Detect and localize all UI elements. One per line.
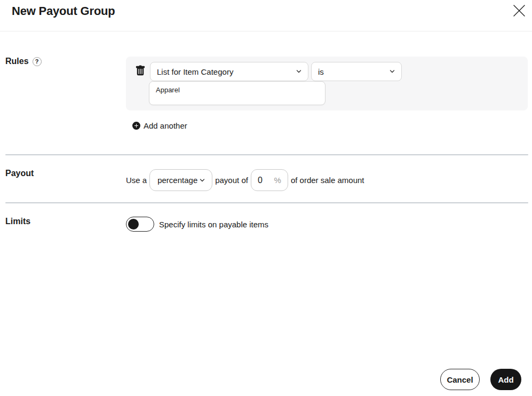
dialog-header: New Payout Group (0, 0, 532, 31)
add-another-label: Add another (144, 121, 187, 130)
rule-operator-select[interactable]: is (311, 62, 402, 81)
new-payout-group-dialog: New Payout Group Rules ? List for Item C… (0, 0, 532, 396)
limits-toggle[interactable] (126, 217, 154, 232)
payout-type-select[interactable]: percentage (149, 169, 212, 191)
close-button[interactable] (512, 4, 526, 18)
payout-suffix-text: of order sale amount (288, 176, 367, 185)
rules-label: Rules (5, 57, 29, 66)
section-divider (5, 154, 528, 155)
chevron-down-icon (389, 67, 395, 76)
help-icon[interactable]: ? (33, 57, 42, 66)
payout-section-label: Payout (5, 169, 34, 178)
section-divider (5, 202, 528, 203)
add-button[interactable]: Add (490, 369, 521, 390)
toggle-knob (128, 219, 139, 229)
rule-field-select[interactable]: List for Item Category (150, 62, 308, 81)
limits-label: Limits (5, 217, 30, 226)
limits-section-label: Limits (5, 217, 30, 226)
trash-icon (135, 70, 146, 78)
rule-field-value: List for Item Category (157, 67, 233, 76)
cancel-button[interactable]: Cancel (440, 369, 480, 390)
payout-amount-field: % (251, 169, 288, 191)
rule-value-input[interactable] (149, 81, 325, 105)
payout-label: Payout (5, 169, 34, 178)
chevron-down-icon (199, 176, 205, 185)
payout-amount-input[interactable] (258, 176, 272, 185)
percent-suffix: % (274, 176, 281, 185)
payout-row: Use a percentage payout of % of order sa… (126, 169, 367, 191)
payout-type-value: percentage (157, 176, 197, 185)
rule-panel: List for Item Category is (126, 57, 528, 110)
rule-operator-value: is (318, 67, 324, 76)
plus-circle-icon (132, 122, 140, 130)
limits-row: Specify limits on payable items (126, 217, 268, 232)
add-another-rule-button[interactable]: Add another (132, 121, 187, 130)
payout-prefix-text: Use a (126, 176, 149, 185)
chevron-down-icon (296, 67, 302, 76)
rules-section-label: Rules ? (5, 57, 42, 66)
payout-middle-text: payout of (212, 176, 251, 185)
delete-rule-button[interactable] (134, 65, 146, 77)
limits-description: Specify limits on payable items (159, 220, 268, 229)
page-title: New Payout Group (12, 4, 115, 18)
close-icon (512, 11, 526, 19)
